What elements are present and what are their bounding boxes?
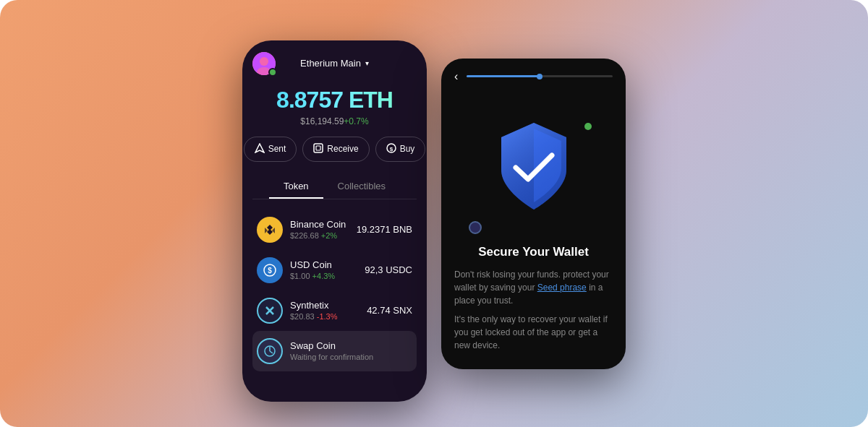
- snx-info: Synthetix $20.83 -1.3%: [290, 300, 367, 321]
- progress-track: [467, 75, 613, 77]
- usdc-sub: $1.00 +4.3%: [290, 272, 365, 280]
- back-arrow-icon[interactable]: ‹: [454, 70, 458, 83]
- eth-amount: 8.8757 ETH: [252, 87, 417, 113]
- sent-button[interactable]: Sent: [244, 137, 297, 162]
- buy-icon: $: [386, 143, 396, 155]
- green-dot: [584, 123, 592, 130]
- swap-info: Swap Coin Waiting for confirmation: [290, 340, 412, 361]
- phones-container: Etherium Main ▾ 8.8757 ETH $16,194.59+0.…: [0, 0, 868, 427]
- token-list: Binance Coin $226.68 +2% 19.2371 BNB $: [252, 210, 417, 371]
- phone-left: Etherium Main ▾ 8.8757 ETH $16,194.59+0.…: [242, 40, 427, 402]
- action-buttons: Sent Receive $: [252, 137, 417, 162]
- balance-section: 8.8757 ETH $16,194.59+0.7%: [252, 87, 417, 126]
- svg-line-18: [270, 351, 273, 353]
- tab-token[interactable]: Token: [269, 175, 323, 199]
- svg-marker-11: [272, 228, 275, 233]
- secure-title: Secure Your Wallet: [454, 245, 613, 259]
- sent-icon: [255, 143, 265, 155]
- svg-marker-3: [255, 144, 264, 152]
- avatar-container[interactable]: [252, 52, 276, 75]
- usdc-name: USD Coin: [290, 259, 365, 270]
- shield-area: [454, 98, 613, 238]
- svg-marker-9: [267, 229, 273, 235]
- token-item-swap[interactable]: Swap Coin Waiting for confirmation: [252, 331, 417, 371]
- token-item-bnb[interactable]: Binance Coin $226.68 +2% 19.2371 BNB: [252, 210, 417, 250]
- network-selector[interactable]: Etherium Main ▾: [300, 58, 369, 69]
- swap-coin-icon: [257, 338, 283, 364]
- usdc-icon: $: [257, 257, 283, 283]
- receive-icon: [313, 143, 323, 155]
- snx-amount: 42.74 SNX: [367, 305, 412, 316]
- network-label: Etherium Main: [300, 58, 361, 69]
- svg-text:$: $: [268, 267, 272, 275]
- bnb-icon: [257, 217, 283, 243]
- secure-paragraph2: It's the only way to recover your wallet…: [454, 313, 613, 352]
- bnb-amount: 19.2371 BNB: [357, 224, 412, 235]
- token-item-snx[interactable]: Synthetix $20.83 -1.3% 42.74 SNX: [252, 290, 417, 331]
- buy-button[interactable]: $ Buy: [375, 137, 426, 162]
- progress-fill: [467, 75, 540, 77]
- phone-header: Etherium Main ▾: [252, 52, 417, 75]
- svg-marker-10: [265, 228, 268, 233]
- small-circle-decoration: [469, 221, 482, 234]
- sent-label: Sent: [268, 144, 286, 154]
- swap-status: Waiting for confirmation: [290, 353, 412, 361]
- receive-label: Receive: [327, 144, 358, 154]
- tabs: Token Collectibles: [252, 175, 417, 199]
- snx-name: Synthetix: [290, 300, 367, 311]
- usdc-amount: 92,3 USDC: [365, 264, 412, 275]
- svg-point-1: [260, 57, 268, 66]
- snx-sub: $20.83 -1.3%: [290, 312, 367, 321]
- avatar-badge: [268, 68, 277, 77]
- svg-text:$: $: [389, 146, 393, 152]
- snx-icon: [257, 298, 283, 324]
- receive-button[interactable]: Receive: [302, 137, 369, 162]
- bnb-info: Binance Coin $226.68 +2%: [290, 219, 357, 240]
- phone-right: ‹: [441, 59, 626, 369]
- usdc-info: USD Coin $1.00 +4.3%: [290, 259, 365, 280]
- swap-name: Swap Coin: [290, 340, 412, 351]
- buy-label: Buy: [400, 144, 415, 154]
- token-item-usdc[interactable]: $ USD Coin $1.00 +4.3% 92,3 USDC: [252, 250, 417, 290]
- tab-collectibles[interactable]: Collectibles: [323, 175, 400, 199]
- shield-illustration: [483, 116, 584, 220]
- secure-paragraph1: Don't risk losing your funds. protect yo…: [454, 268, 613, 307]
- usd-amount: $16,194.59+0.7%: [252, 116, 417, 126]
- progress-bar: ‹: [454, 70, 613, 83]
- svg-rect-5: [316, 146, 320, 150]
- seed-phrase-link[interactable]: Seed phrase: [537, 282, 587, 293]
- chevron-down-icon: ▾: [365, 59, 369, 67]
- secure-content: Secure Your Wallet Don't risk losing you…: [454, 238, 613, 358]
- progress-dot: [537, 74, 542, 79]
- bnb-name: Binance Coin: [290, 219, 357, 230]
- svg-rect-4: [314, 144, 323, 152]
- bnb-sub: $226.68 +2%: [290, 231, 357, 240]
